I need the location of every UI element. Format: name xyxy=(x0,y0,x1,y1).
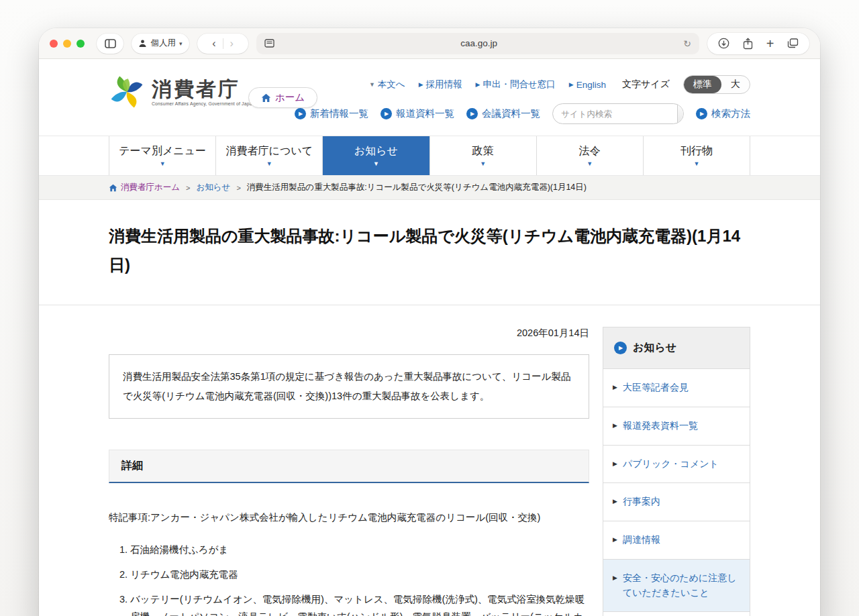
english-link[interactable]: ▶ English xyxy=(569,80,606,90)
press-materials-link[interactable]: 報道資料一覧 xyxy=(381,107,454,120)
play-circle-icon xyxy=(466,108,478,119)
site-search: 検索 xyxy=(552,103,684,124)
text-size-label: 文字サイズ xyxy=(622,79,670,91)
text-size-toggle: 標準 大 xyxy=(683,75,750,94)
nav-tab-theme-menu[interactable]: テーマ別メニュー ▼ xyxy=(109,136,215,175)
breadcrumb-separator: > xyxy=(236,184,240,192)
reload-icon[interactable]: ↻ xyxy=(683,39,691,48)
share-icon[interactable] xyxy=(743,38,753,50)
downloads-icon[interactable] xyxy=(718,38,729,49)
special-note: 特記事項:アンカー・ジャパン株式会社が輸入したリチウム電池内蔵充電器のリコール(… xyxy=(109,509,589,527)
history-nav: ‹ › xyxy=(197,34,248,54)
nav-tab-about[interactable]: 消費者庁について ▼ xyxy=(215,136,322,175)
triangle-down-icon: ▼ xyxy=(266,160,272,167)
sidebar-header: お知らせ xyxy=(603,327,750,368)
search-button[interactable]: 検索 xyxy=(677,104,684,123)
chevron-down-icon: ▾ xyxy=(179,40,183,47)
triangle-right-icon: ▶ xyxy=(476,81,481,88)
content-area: 2026年01月14日 消費生活用製品安全法第35条第1項の規定に基づき報告のあ… xyxy=(39,305,820,616)
play-circle-icon xyxy=(614,342,627,354)
toolbar-actions: + xyxy=(707,33,809,54)
site-logo[interactable]: 消費者庁 Consumer Affairs Agency, Government… xyxy=(109,74,255,110)
new-tab-icon[interactable]: + xyxy=(766,37,774,50)
search-help-link[interactable]: 検索方法 xyxy=(696,107,750,120)
triangle-down-icon: ▼ xyxy=(587,160,593,167)
triangle-right-icon: ▶ xyxy=(613,460,617,472)
address-bar[interactable]: caa.go.jp ↻ xyxy=(256,33,699,54)
quick-links: 新着情報一覧 報道資料一覧 会議資料一覧 検索 検索方法 xyxy=(295,103,750,124)
forward-button[interactable]: › xyxy=(223,38,240,50)
site-search-input[interactable] xyxy=(553,109,677,119)
triangle-right-icon: ▶ xyxy=(613,383,617,395)
triangle-down-icon: ▼ xyxy=(693,160,699,167)
sidebar-item-press-releases[interactable]: ▶ 報道発表資料一覧 xyxy=(603,407,750,445)
sidebar-item-events[interactable]: ▶ 行事案内 xyxy=(603,482,750,521)
sidebar-item-press-conference[interactable]: ▶ 大臣等記者会見 xyxy=(603,368,750,407)
sidebar-item-public-comment[interactable]: ▶ パブリック・コメント xyxy=(603,445,750,483)
breadcrumb-current: 消費生活用製品の重大製品事故:リコール製品で火災等(リチウム電池内蔵充電器)(1… xyxy=(247,182,587,193)
meeting-materials-link[interactable]: 会議資料一覧 xyxy=(466,107,540,120)
breadcrumb-separator: > xyxy=(186,184,190,192)
site-subtitle: Consumer Affairs Agency, Government of J… xyxy=(152,101,255,106)
url-text: caa.go.jp xyxy=(274,38,683,48)
profile-menu-button[interactable]: 個人用 ▾ xyxy=(132,34,189,54)
play-circle-icon xyxy=(381,108,392,119)
nav-tab-publications[interactable]: 刊行物 ▼ xyxy=(643,136,750,175)
reader-view-icon xyxy=(264,39,274,48)
browser-toolbar: 個人用 ▾ ‹ › caa.go.jp ↻ xyxy=(39,28,820,59)
list-item: 石油給湯機付ふろがま xyxy=(130,541,589,558)
nav-tab-news[interactable]: お知らせ ▼ xyxy=(322,136,429,175)
back-button[interactable]: ‹ xyxy=(205,38,222,50)
skip-to-content-link[interactable]: ▼ 本文へ xyxy=(369,79,405,91)
home-icon xyxy=(261,93,271,103)
home-icon xyxy=(109,184,117,192)
play-circle-icon xyxy=(295,108,306,119)
sidebar-item-procurement[interactable]: ▶ 調達情報 xyxy=(603,521,750,559)
sidebar: お知らせ ▶ 大臣等記者会見 ▶ 報道発表資料一覧 ▶ パブリック・コメント ▶… xyxy=(603,327,750,616)
webpage: 消費者庁 Consumer Affairs Agency, Government… xyxy=(39,59,820,616)
sidebar-item-new-info[interactable]: ▶ 新着情報一覧 xyxy=(603,611,750,616)
browser-window: 個人用 ▾ ‹ › caa.go.jp ↻ xyxy=(39,28,820,616)
triangle-right-icon: ▶ xyxy=(613,421,617,433)
title-section: 消費生活用製品の重大製品事故:リコール製品で火災等(リチウム電池内蔵充電器)(1… xyxy=(39,200,820,305)
zoom-window-button[interactable] xyxy=(77,40,85,48)
triangle-down-icon: ▼ xyxy=(480,160,486,167)
window-controls xyxy=(50,40,85,48)
contact-link[interactable]: ▶ 申出・問合せ窓口 xyxy=(476,79,556,91)
article-main: 2026年01月14日 消費生活用製品安全法第35条第1項の規定に基づき報告のあ… xyxy=(109,327,589,616)
profile-label: 個人用 xyxy=(150,38,176,49)
nav-tab-policy[interactable]: 政策 ▼ xyxy=(430,136,536,175)
product-list: 石油給湯機付ふろがま リチウム電池内蔵充電器 バッテリー(リチウムイオン、電気掃… xyxy=(113,541,589,616)
breadcrumb-home-link[interactable]: 消費者庁ホーム xyxy=(109,182,180,193)
triangle-right-icon: ▶ xyxy=(613,535,617,548)
triangle-right-icon: ▶ xyxy=(613,497,617,509)
main-navigation: テーマ別メニュー ▼ 消費者庁について ▼ お知らせ ▼ 政策 ▼ 法令 ▼ 刊… xyxy=(39,136,820,176)
site-title: 消費者庁 xyxy=(152,78,255,100)
summary-box: 消費生活用製品安全法第35条第1項の規定に基づき報告のあった重大製品事故について… xyxy=(109,354,589,419)
triangle-down-icon: ▼ xyxy=(369,81,375,88)
person-icon xyxy=(138,39,147,48)
tab-overview-icon[interactable] xyxy=(787,38,799,48)
caa-pinwheel-logo-icon xyxy=(109,74,145,110)
publish-date: 2026年01月14日 xyxy=(109,327,589,340)
recruit-link[interactable]: ▶ 採用情報 xyxy=(419,79,462,91)
triangle-down-icon: ▼ xyxy=(160,160,166,167)
list-item: リチウム電池内蔵充電器 xyxy=(130,566,589,583)
breadcrumb-section-link[interactable]: お知らせ xyxy=(197,182,231,193)
triangle-right-icon: ▶ xyxy=(569,81,574,88)
site-header: 消費者庁 Consumer Affairs Agency, Government… xyxy=(39,59,820,136)
nav-tab-laws[interactable]: 法令 ▼ xyxy=(536,136,643,175)
breadcrumb: 消費者庁ホーム > お知らせ > 消費生活用製品の重大製品事故:リコール製品で火… xyxy=(39,176,820,200)
new-info-list-link[interactable]: 新着情報一覧 xyxy=(295,107,368,120)
triangle-down-icon: ▼ xyxy=(373,160,379,167)
text-size-large-button[interactable]: 大 xyxy=(721,76,750,93)
sidebar-toggle-icon xyxy=(105,39,116,48)
utility-links: ▼ 本文へ ▶ 採用情報 ▶ 申出・問合せ窓口 ▶ English 文字サイズ xyxy=(369,75,750,94)
sidebar-toggle-button[interactable] xyxy=(97,34,123,54)
sidebar-item-safety-notes[interactable]: ▶ 安全・安心のために注意していただきたいこと xyxy=(603,559,750,611)
text-size-standard-button[interactable]: 標準 xyxy=(684,76,721,93)
minimize-window-button[interactable] xyxy=(63,40,71,48)
triangle-right-icon: ▶ xyxy=(613,574,617,600)
close-window-button[interactable] xyxy=(50,40,58,48)
section-heading: 詳細 xyxy=(109,450,589,483)
